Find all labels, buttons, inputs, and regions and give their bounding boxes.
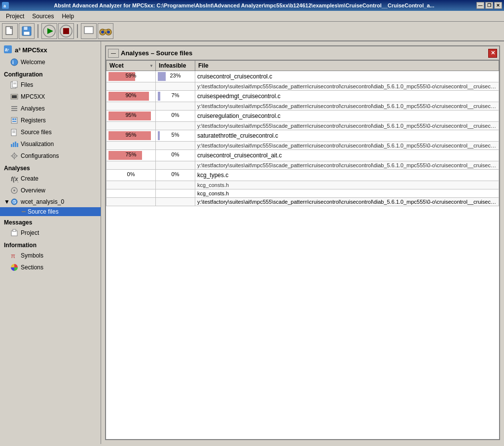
table-row[interactable]: 90% 7% cruisespeedmgt_cruisecontrol.c: [107, 91, 499, 102]
svg-rect-11: [84, 27, 93, 34]
source-files-config-icon: [10, 128, 19, 137]
tree-toggle-wcet: ▼: [4, 198, 10, 205]
wcet-cell: 59%: [107, 71, 156, 82]
col-header-wcet[interactable]: Wcet ▼: [107, 61, 156, 71]
file-path-row: y:\testfactory\suites\ait\mpc555\scade_p…: [107, 122, 499, 130]
infeasible-bar-wrapper: 5%: [158, 131, 193, 140]
col-infeasible-label: Infeasible: [159, 62, 186, 69]
run-button[interactable]: [41, 23, 57, 39]
path-empty-1: [107, 122, 156, 130]
stop-button[interactable]: [58, 23, 74, 39]
tree-item-source-files-child[interactable]: Source files: [0, 207, 101, 216]
sidebar-item-symbols[interactable]: π Symbols: [0, 250, 101, 261]
sidebar-item-project[interactable]: Project: [0, 227, 101, 239]
table-row[interactable]: 95% 0% cruiseregulation_cruisecontrol.c: [107, 111, 499, 122]
analyses-config-label: Analyses: [21, 105, 45, 112]
panel-minimize-icon: —: [111, 50, 116, 56]
svg-text:f(x): f(x): [11, 176, 18, 183]
sidebar-item-mpc5xx[interactable]: MPC5XX: [0, 91, 101, 103]
wcet-cell: 0%: [107, 170, 156, 181]
kcg-empty-2: [156, 189, 195, 198]
file-cell: cruisecontrol_cruisecontrol.c: [195, 71, 499, 82]
col-header-file[interactable]: File: [195, 61, 499, 71]
infeasible-bar-text: 0%: [158, 171, 193, 177]
wcet-bar-wrapper: 59%: [108, 72, 153, 81]
infeasible-bar-wrapper: 7%: [158, 92, 193, 101]
new-button[interactable]: [2, 23, 18, 39]
sidebar-item-welcome[interactable]: i Welcome: [0, 56, 101, 68]
file-path-cell: y:\testfactory\suites\ait\mpc555\scade_p…: [195, 122, 499, 130]
welcome-icon: i: [10, 58, 19, 67]
svg-rect-27: [12, 95, 17, 98]
symbols-label: Symbols: [21, 252, 43, 259]
svg-point-44: [14, 155, 15, 157]
sections-label: Sections: [21, 264, 43, 271]
wcet-bar-wrapper: 95%: [108, 112, 153, 120]
table-row[interactable]: 59% 23% cruisecontrol_cruisecontrol.c: [107, 71, 499, 82]
infeasible-cell: 23%: [156, 71, 195, 82]
sidebar-item-configurations[interactable]: Configurations: [0, 150, 101, 162]
panel-close-icon: ✕: [491, 50, 495, 56]
svg-point-16: [107, 31, 110, 34]
toolbar-separator-2: [77, 24, 78, 38]
col-header-infeasible[interactable]: Infeasible: [156, 61, 195, 71]
sidebar-item-create[interactable]: f(x) Create: [0, 173, 101, 185]
sidebar-item-sections[interactable]: Sections: [0, 261, 101, 273]
last-path-cell: y:\testfactory\suites\ait\mpc555\scade_p…: [195, 198, 499, 206]
last-empty-1: [107, 198, 156, 206]
file-cell: cruisespeedmgt_cruisecontrol.c: [195, 91, 499, 102]
file-cell: kcg_types.c: [195, 170, 499, 181]
window-controls: — ❐ ✕: [476, 2, 502, 9]
panel-minimize-button[interactable]: —: [108, 49, 119, 58]
analyses-config-icon: [10, 104, 19, 113]
infeasible-bar-wrapper: 0%: [158, 151, 193, 160]
infeasible-cell: 0%: [156, 111, 195, 122]
menu-sources[interactable]: Sources: [28, 12, 58, 21]
files-label: Files: [21, 81, 33, 88]
sidebar-item-source-files-config[interactable]: Source files: [0, 126, 101, 138]
menu-project[interactable]: Project: [2, 12, 28, 21]
table-row[interactable]: 95% 5% saturatethrottle_cruisecontrol.c: [107, 130, 499, 142]
view-button[interactable]: [81, 23, 97, 39]
wcet-bar-wrapper: 75%: [108, 151, 153, 160]
wcet-bar-wrapper: 0%: [108, 171, 153, 180]
create-icon: f(x): [10, 174, 19, 183]
window-title: AbsInt Advanced Analyzer for MPC5xx: C:\…: [12, 2, 476, 8]
infeasible-cell: 5%: [156, 130, 195, 142]
sidebar-item-registers[interactable]: Registers: [0, 114, 101, 126]
svg-rect-5: [24, 27, 28, 30]
wcet-analysis-icon: [10, 197, 19, 206]
content-area: — Analyses – Source files ✕ Wcet: [101, 41, 504, 444]
path-empty-2: [156, 82, 195, 91]
table-container[interactable]: Wcet ▼ Infeasible File: [106, 60, 499, 439]
messages-header: Messages: [0, 216, 101, 227]
sidebar-item-overview[interactable]: Overview: [0, 185, 101, 196]
infeasible-cell: 7%: [156, 91, 195, 102]
wcet-analysis-label: wcet_analysis_0: [21, 198, 64, 205]
svg-rect-42: [17, 143, 18, 147]
configurations-label: Configurations: [21, 152, 59, 159]
panel-close-button[interactable]: ✕: [488, 49, 497, 58]
file-path-row: y:\testfactory\suites\ait\mpc555\scade_p…: [107, 161, 499, 170]
sidebar-item-files[interactable]: Files: [0, 79, 101, 91]
sections-icon: [10, 263, 19, 272]
sidebar-item-visualization[interactable]: Visualization: [0, 138, 101, 150]
visualization-label: Visualization: [21, 141, 54, 148]
menu-help[interactable]: Help: [58, 12, 78, 21]
file-cell: saturatethrottle_cruisecontrol.c: [195, 130, 499, 142]
restore-button[interactable]: ❐: [485, 2, 493, 9]
path-empty-2: [156, 142, 195, 150]
table-row[interactable]: 75% 0% cruisecontrol_cruisecontrol_ait.c: [107, 150, 499, 161]
file-path-cell: y:\testfactory\suites\ait\mpc555\scade_p…: [195, 142, 499, 150]
mpc5xx-label: MPC5XX: [21, 93, 45, 100]
save-button[interactable]: [19, 23, 35, 39]
tree-item-wcet-analysis[interactable]: ▼ wcet_analysis_0: [0, 196, 101, 207]
binoculars-button[interactable]: [98, 23, 113, 39]
table-row[interactable]: 0% 0% kcg_types.c: [107, 170, 499, 181]
close-window-button[interactable]: ✕: [494, 2, 502, 9]
minimize-button[interactable]: —: [476, 2, 484, 9]
svg-rect-34: [12, 121, 16, 122]
svg-rect-40: [13, 143, 14, 147]
wcet-bar-wrapper: 95%: [108, 131, 153, 140]
sidebar-item-analyses-config[interactable]: Analyses: [0, 103, 101, 114]
